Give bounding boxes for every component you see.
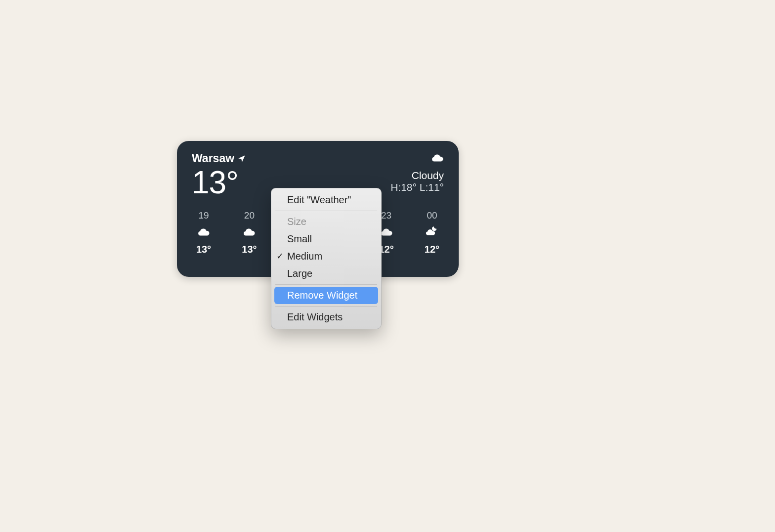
menu-item-edit-weather[interactable]: Edit "Weather" — [274, 191, 378, 209]
hour-temp: 12° — [425, 244, 439, 255]
cloud-moon-icon — [426, 226, 438, 239]
menu-separator — [275, 284, 377, 285]
cloud-icon — [431, 152, 444, 165]
hour-column: 20 13° — [237, 210, 261, 255]
hour-label: 00 — [427, 210, 437, 221]
location-row: Warsaw — [192, 152, 246, 165]
menu-section-size-label: Size — [274, 213, 378, 230]
hour-temp: 13° — [196, 244, 211, 255]
location-arrow-icon — [237, 154, 246, 163]
menu-item-size-large[interactable]: Large — [274, 265, 378, 282]
menu-item-edit-widgets[interactable]: Edit Widgets — [274, 309, 378, 326]
hour-column: 19 13° — [192, 210, 215, 255]
location-name: Warsaw — [192, 152, 234, 165]
cloud-icon — [197, 226, 210, 239]
cloud-icon — [243, 226, 256, 239]
cloud-icon — [380, 226, 393, 239]
menu-item-size-medium[interactable]: ✓ Medium — [274, 248, 378, 265]
hour-label: 19 — [198, 210, 209, 221]
menu-separator — [275, 306, 377, 307]
hour-temp: 13° — [242, 244, 257, 255]
menu-item-label: Medium — [287, 251, 322, 262]
hour-label: 23 — [381, 210, 391, 221]
checkmark-icon: ✓ — [276, 251, 284, 262]
widget-header-right: Cloudy H:18° L:11° — [390, 152, 444, 193]
high-low-text: H:18° L:11° — [390, 181, 444, 193]
condition-text: Cloudy — [412, 170, 444, 181]
menu-item-remove-widget[interactable]: Remove Widget — [274, 287, 378, 304]
hour-column: 00 12° — [420, 210, 444, 255]
menu-separator — [275, 211, 377, 211]
menu-item-size-small[interactable]: Small — [274, 230, 378, 248]
widget-header-left: Warsaw 13° — [192, 152, 246, 199]
hour-label: 20 — [244, 210, 255, 221]
current-temperature: 13° — [192, 166, 246, 199]
context-menu: Edit "Weather" Size Small ✓ Medium Large… — [271, 188, 382, 329]
